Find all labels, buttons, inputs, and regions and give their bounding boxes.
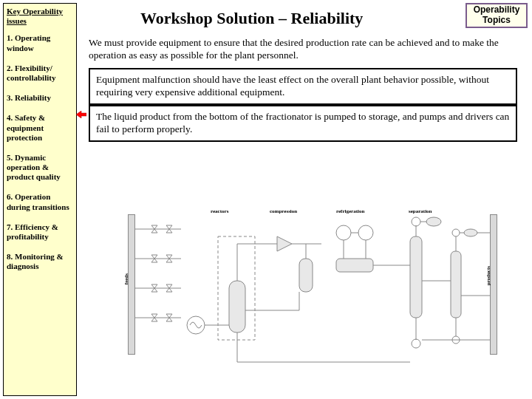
svg-point-23 bbox=[412, 217, 420, 226]
svg-point-31 bbox=[464, 229, 477, 236]
sidebar-item-4[interactable]: 4. Safety & equipment protection bbox=[7, 113, 73, 143]
sidebar-title: Key Operability issues bbox=[7, 7, 73, 26]
svg-rect-12 bbox=[299, 259, 313, 292]
content-box-2: The liquid product from the bottom of th… bbox=[89, 105, 517, 142]
sidebar-item-1[interactable]: 1. Operating window bbox=[7, 33, 73, 52]
operability-topics-button[interactable]: Operability Topics bbox=[466, 3, 528, 28]
sidebar-item-2[interactable]: 2. Flexibility/ controllability bbox=[7, 64, 73, 83]
svg-rect-19 bbox=[336, 259, 373, 272]
sidebar-item-6[interactable]: 6. Operation during transitions bbox=[7, 192, 73, 211]
sidebar-item-7[interactable]: 7. Efficiency & profitability bbox=[7, 222, 73, 242]
sidebar-item-8[interactable]: 8. Monitoring & diagnosis bbox=[7, 252, 73, 271]
svg-point-25 bbox=[412, 339, 420, 348]
svg-rect-7 bbox=[229, 281, 245, 332]
pfd-schematic-icon bbox=[115, 192, 514, 392]
svg-point-30 bbox=[452, 229, 460, 236]
page-title: Workshop Solution – Reliability bbox=[140, 9, 363, 28]
arrow-indicator-icon bbox=[76, 111, 86, 118]
svg-rect-28 bbox=[451, 251, 461, 318]
sidebar-item-5[interactable]: 5. Dynamic operation & product quality bbox=[7, 153, 73, 183]
process-diagram: feeds products reactors compression refr… bbox=[115, 192, 514, 392]
svg-rect-21 bbox=[410, 236, 422, 318]
svg-point-15 bbox=[358, 225, 373, 240]
intro-text: We must provide equipment to ensure that… bbox=[89, 37, 517, 62]
svg-marker-0 bbox=[76, 111, 86, 118]
sidebar-item-3[interactable]: 3. Reliability bbox=[7, 93, 73, 103]
svg-point-14 bbox=[336, 225, 351, 240]
svg-marker-10 bbox=[277, 236, 292, 251]
sidebar: Key Operability issues 1. Operating wind… bbox=[3, 3, 77, 396]
svg-point-26 bbox=[426, 217, 441, 226]
content-box-1: Equipment malfunction should have the le… bbox=[89, 68, 517, 105]
